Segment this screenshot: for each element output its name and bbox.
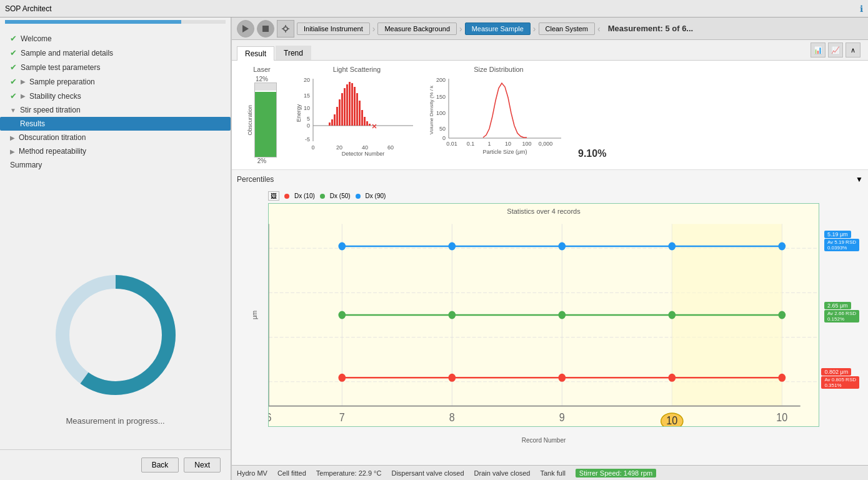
svg-rect-3: [262, 26, 269, 32]
check-icon: ✔: [10, 91, 17, 101]
svg-marker-2: [242, 25, 249, 32]
next-button[interactable]: Next: [184, 458, 221, 472]
chart-icon-3[interactable]: ∧: [846, 42, 861, 58]
legend-icon: 🖼: [268, 191, 279, 201]
svg-point-85: [668, 242, 676, 250]
nav-item-stir-titration[interactable]: ▼ Stir speed titration: [0, 103, 231, 117]
svg-point-86: [778, 242, 786, 250]
window-title: SOP Architect: [5, 4, 51, 13]
help-icon[interactable]: ℹ: [860, 4, 863, 14]
svg-text:50: 50: [439, 126, 446, 132]
svg-rect-29: [344, 88, 346, 126]
right-toolbar: Initialise Instrument › Measure Backgrou…: [232, 18, 868, 40]
laser-section: Laser 12% Obscuration 2%: [237, 66, 287, 164]
legend-dot-dx10: [284, 194, 289, 199]
nav-item-obscuration[interactable]: ▶ Obscuration titration: [0, 131, 231, 144]
svg-text:20: 20: [336, 144, 342, 151]
svg-text:Detector Number: Detector Number: [342, 151, 385, 157]
percentiles-collapse-icon[interactable]: ▼: [856, 175, 863, 184]
svg-point-94: [668, 311, 676, 319]
clean-system-button[interactable]: Clean System: [539, 22, 595, 35]
svg-point-100: [338, 374, 346, 382]
stats-chart-inner: Statistics over 4 records: [268, 203, 819, 427]
nav-item-results[interactable]: Results: [0, 117, 231, 131]
nav-item-summary[interactable]: Summary: [0, 158, 231, 172]
arrow-icon: ▶: [21, 78, 26, 85]
status-bar: Hydro MV Cell fitted Temperature: 22.9 °…: [232, 465, 868, 480]
measure-background-button[interactable]: Measure Background: [377, 22, 457, 35]
x-axis-label: Record Number: [522, 437, 566, 444]
obscuration-axis-label: Obscuration: [247, 105, 253, 136]
svg-text:0: 0: [311, 144, 314, 151]
arrow-icon: ▶: [21, 92, 26, 99]
percentiles-section: Percentiles ▼ 🖼 Dx (10) Dx (50) Dx (90) …: [232, 170, 868, 465]
nav-item-sample-material[interactable]: ✔ Sample and material details: [0, 46, 231, 60]
red-line-labels: 0.802 μm Av 0.805 RSD 0.351%: [821, 368, 859, 389]
progress-label: Measurement in progress...: [66, 416, 164, 426]
nav-item-stability[interactable]: ✔ ▶ Stability checks: [0, 89, 231, 103]
svg-rect-23: [329, 122, 331, 126]
tab-result[interactable]: Result: [237, 46, 274, 61]
back-button[interactable]: Back: [141, 458, 179, 472]
blue-value-label: 5.19 μm: [824, 231, 851, 238]
status-tank: Tank full: [540, 469, 565, 477]
nav-item-sample-prep[interactable]: ✔ ▶ Sample preparation: [0, 74, 231, 89]
svg-text:10: 10: [666, 414, 677, 426]
svg-text:0.01: 0.01: [446, 141, 457, 147]
check-icon: ✔: [10, 48, 17, 58]
obscuration-value-section: 9.10%: [578, 66, 606, 164]
svg-text:6: 6: [269, 411, 271, 424]
light-scattering-section: Light Scattering 20 15 10 5 0 -5 Energy …: [294, 66, 419, 164]
status-instrument: Hydro MV: [237, 469, 267, 477]
laser-wrapper: Obscuration: [247, 82, 277, 158]
legend-dot-dx50: [320, 194, 325, 199]
charts-row: Laser 12% Obscuration 2% Light Scatterin…: [232, 61, 868, 170]
settings-button[interactable]: [277, 20, 294, 38]
laser-top-pct: 12%: [256, 76, 268, 82]
progress-ring: [47, 266, 184, 404]
red-value-label: 0.802 μm: [821, 368, 851, 376]
measurement-status: Measurement: 5 of 6...: [608, 24, 694, 33]
blue-rsd-label: RSD: [846, 239, 856, 245]
svg-text:100: 100: [522, 141, 531, 147]
progress-bar: [5, 20, 226, 24]
nav-list: ✔ Welcome ✔ Sample and material details …: [0, 26, 231, 243]
svg-text:7: 7: [339, 411, 345, 424]
init-instrument-button[interactable]: Initialise Instrument: [297, 22, 370, 35]
svg-point-95: [778, 311, 786, 319]
nav-item-sample-test[interactable]: ✔ Sample test parameters: [0, 60, 231, 74]
play-button[interactable]: [237, 20, 254, 38]
arrow-icon: ▶: [10, 148, 15, 155]
light-scattering-title: Light Scattering: [333, 66, 381, 73]
right-panel: Initialise Instrument › Measure Backgrou…: [231, 18, 868, 480]
blue-av: Av: [827, 239, 834, 245]
svg-point-103: [668, 374, 676, 382]
arrow-icon: ▶: [10, 134, 15, 141]
stop-button[interactable]: [257, 20, 274, 38]
svg-text:8: 8: [449, 411, 455, 424]
tab-trend[interactable]: Trend: [276, 46, 311, 60]
svg-point-4: [284, 27, 287, 31]
result-tabs: Result Trend 📊 📈 ∧: [232, 40, 868, 61]
svg-text:0,000: 0,000: [539, 141, 553, 147]
svg-point-82: [338, 242, 346, 250]
laser-bottom-pct: 2%: [257, 158, 266, 164]
nav-item-welcome[interactable]: ✔ Welcome: [0, 31, 231, 46]
svg-text:100: 100: [436, 110, 446, 116]
svg-point-102: [558, 374, 566, 382]
svg-text:10: 10: [505, 141, 511, 147]
chart-icon-2[interactable]: 📈: [828, 42, 843, 58]
red-av-rsd: Av 0.805 RSD 0.351%: [821, 376, 859, 389]
nav-item-method-rep[interactable]: ▶ Method repeatability: [0, 144, 231, 158]
blue-line-labels: 5.19 μm Av 5.19 RSD 0.0393%: [824, 231, 859, 251]
measure-sample-button[interactable]: Measure Sample: [465, 22, 531, 35]
chart-icon-1[interactable]: 📊: [811, 42, 826, 58]
svg-rect-26: [336, 107, 338, 126]
svg-rect-38: [366, 121, 368, 126]
percentiles-title: Percentiles: [237, 175, 274, 184]
green-value-label: 2.65 μm: [824, 302, 851, 309]
laser-title: Laser: [253, 66, 271, 73]
left-panel: ✔ Welcome ✔ Sample and material details …: [0, 18, 231, 480]
green-line-labels: 2.65 μm Av 2.66 RSD 0.152%: [824, 302, 859, 322]
stats-svg: 6 3 0 6 7 8 9 10 10 10: [269, 204, 819, 426]
